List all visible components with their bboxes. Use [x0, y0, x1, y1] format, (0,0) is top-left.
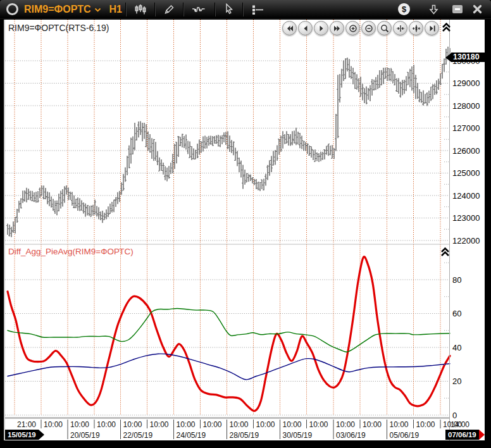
time-label: 10:00 [203, 420, 222, 429]
time-label: 10:00 [230, 420, 249, 429]
cursor-icon [223, 3, 235, 15]
toolbar-divider [242, 3, 244, 16]
compress-scale-button[interactable] [393, 21, 407, 35]
time-label: 14:00 [451, 420, 469, 429]
zoom-in-icon [349, 24, 357, 33]
scroll-end-icon [333, 24, 342, 33]
indicator-axis-label: 60 [452, 309, 461, 318]
time-label: 10:00 [97, 420, 116, 429]
badge-arrow-icon [445, 53, 451, 62]
badge-arrow-icon [39, 430, 44, 440]
candlestick-chart-icon [134, 4, 147, 15]
time-label: 21:00 [17, 420, 36, 429]
indicator-panel-title: Diff_Agg_PieAvg(RIM9=ФОРТС) [8, 247, 134, 256]
time-label: 10:00 [256, 420, 275, 429]
close-button[interactable] [469, 3, 486, 15]
step-left-icon [301, 24, 310, 33]
price-axis-label: 124000 [452, 191, 480, 201]
time-label: 10:00 [363, 420, 382, 429]
chart-nav-toolbar [282, 21, 440, 35]
price-axis-label: 127000 [452, 123, 480, 133]
step-right-icon [317, 24, 326, 33]
instrument-status-icon [6, 3, 18, 15]
price-axis-label: 129000 [452, 78, 480, 88]
compress-icon [396, 24, 405, 33]
zoom-out-button[interactable] [361, 21, 376, 35]
step-left-button[interactable] [298, 21, 313, 35]
scroll-end-button[interactable] [330, 21, 344, 35]
date-label: 30/05/19 [283, 431, 313, 440]
time-label: 10:00 [44, 420, 63, 429]
price-axis-label: 128000 [452, 101, 480, 111]
close-icon [473, 4, 482, 14]
toolbar-divider [214, 3, 216, 16]
time-label: 10:00 [123, 420, 142, 429]
time-label: 10:00 [177, 420, 196, 429]
window-controls: $ [394, 2, 486, 16]
left-frame-strip [4, 20, 5, 440]
chart-canvas[interactable]: 1300001290001280001270001260001250001240… [0, 0, 491, 448]
go-to-end-button[interactable] [425, 21, 439, 35]
collapse-panel-icon [440, 247, 450, 257]
chart-background [5, 20, 485, 440]
date-label: 20/05/19 [70, 431, 100, 440]
zoom-out-icon [364, 24, 373, 33]
date-label: 28/05/19 [230, 431, 259, 440]
symbol-selector[interactable]: RIM9=ФОРТС [18, 4, 101, 15]
cursor-tool-button[interactable] [219, 3, 239, 16]
start-date-value: 15/05/19 [5, 430, 39, 440]
time-label: 10:00 [416, 420, 435, 429]
indicator-axis-label: 0 [452, 411, 457, 420]
collapse-window-button[interactable] [425, 3, 442, 16]
indicator-tool-button[interactable] [187, 3, 211, 16]
toolbar-divider [154, 3, 156, 16]
date-label: 03/06/19 [336, 431, 366, 440]
badge-arrow-icon [479, 430, 485, 440]
start-date-badge: 15/05/19 [5, 430, 44, 440]
indicator-axis-label: 80 [452, 275, 461, 285]
bar-width-button[interactable] [409, 21, 423, 35]
bar-width-icon [412, 24, 421, 33]
time-label: 10:00 [390, 420, 409, 429]
end-date-badge: 07/06/19 [445, 430, 485, 440]
levels-tool-button[interactable] [247, 3, 270, 16]
zoom-in-button[interactable] [345, 21, 360, 35]
minimize-icon [452, 5, 463, 13]
collapse-indicator-panel-button[interactable] [440, 247, 451, 258]
zoom-area-button[interactable] [377, 21, 392, 35]
download-arrow-icon [429, 4, 438, 15]
collapse-panel-icon [442, 22, 451, 32]
end-date-value: 07/06/19 [445, 430, 479, 440]
toolbar-divider [125, 3, 127, 16]
price-axis-label: 126000 [452, 146, 480, 156]
price-axis-label: 123000 [452, 213, 480, 223]
indicator-axis-label: 40 [452, 343, 461, 352]
step-right-button[interactable] [314, 21, 328, 35]
time-label: 10:00 [70, 420, 89, 429]
time-label: 10:00 [309, 420, 328, 429]
timeframe-label[interactable]: H1 [109, 4, 121, 15]
price-axis-label: 122000 [452, 236, 480, 246]
dollar-icon: $ [398, 3, 410, 15]
time-label: 10:00 [336, 420, 355, 429]
indicator-axis-label: 20 [452, 376, 461, 386]
scroll-start-button[interactable] [282, 21, 297, 35]
collapse-price-panel-button[interactable] [441, 22, 452, 33]
toolbar-divider [183, 3, 184, 16]
chevron-down-icon [94, 8, 101, 13]
price-panel-title: RIM9=ФОРТС(RTS-6.19) [8, 23, 109, 33]
last-price-value: 130180 [451, 53, 485, 62]
terminal-chart-window: 1300001290001280001270001260001250001240… [0, 0, 491, 448]
date-label: 24/05/19 [177, 431, 206, 440]
zoom-area-icon [380, 24, 389, 33]
time-label: 10:00 [283, 420, 302, 429]
date-label: 05/06/19 [390, 431, 420, 440]
chart-style-button[interactable] [130, 3, 151, 16]
minimize-button[interactable] [449, 4, 466, 15]
draw-tool-button[interactable] [159, 3, 180, 16]
currency-button[interactable]: $ [394, 2, 414, 16]
titlebar: RIM9=ФОРТС H1 [0, 0, 491, 19]
symbol-label: RIM9=ФОРТС [24, 4, 90, 15]
price-axis-label: 125000 [452, 168, 480, 178]
levels-icon [251, 4, 265, 15]
